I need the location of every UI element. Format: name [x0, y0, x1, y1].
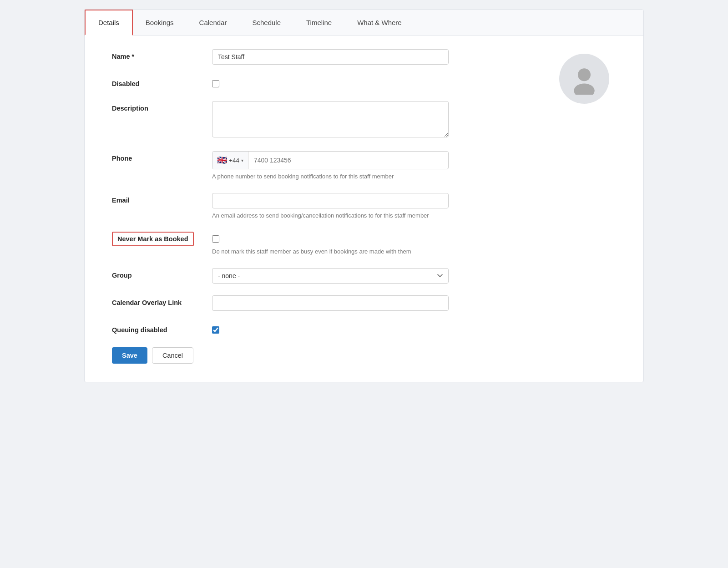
group-control-wrap: - none -	[212, 268, 534, 284]
save-button[interactable]: Save	[112, 347, 147, 364]
svg-point-0	[578, 68, 591, 81]
queuing-label: Queuing disabled	[112, 323, 212, 334]
tab-calendar[interactable]: Calendar	[187, 10, 240, 35]
calendar-overlay-input[interactable]	[212, 295, 449, 311]
tab-details[interactable]: Details	[85, 10, 133, 36]
phone-prefix-dropdown[interactable]: 🇬🇧 +44 ▾	[212, 152, 248, 169]
avatar	[559, 54, 609, 104]
description-textarea[interactable]	[212, 101, 449, 137]
group-row: Group - none -	[112, 268, 534, 284]
tab-schedule[interactable]: Schedule	[239, 10, 293, 35]
tab-timeline[interactable]: Timeline	[293, 10, 344, 35]
description-control-wrap	[212, 101, 534, 139]
tab-what-where[interactable]: What & Where	[344, 10, 415, 35]
queuing-control-wrap	[212, 323, 534, 335]
never-mark-label-wrap: Never Mark as Booked	[112, 232, 212, 243]
form-main: Name * Disabled Description	[112, 49, 534, 364]
avatar-icon	[568, 63, 600, 95]
email-input[interactable]	[212, 193, 449, 208]
cancel-button[interactable]: Cancel	[152, 347, 193, 364]
phone-number-input[interactable]	[248, 153, 448, 167]
disabled-row: Disabled	[112, 76, 534, 89]
queuing-checkbox[interactable]	[212, 326, 219, 334]
email-label: Email	[112, 193, 212, 204]
button-row: Save Cancel	[112, 347, 534, 364]
never-mark-control-wrap: Do not mark this staff member as busy ev…	[212, 232, 534, 256]
name-label: Name *	[112, 49, 212, 60]
never-mark-label: Never Mark as Booked	[112, 232, 194, 246]
never-mark-checkbox[interactable]	[212, 235, 219, 243]
disabled-control-wrap	[212, 76, 534, 89]
name-control-wrap	[212, 49, 534, 65]
chevron-down-icon: ▾	[241, 158, 243, 163]
form-area: Name * Disabled Description	[85, 36, 643, 382]
phone-label: Phone	[112, 151, 212, 162]
calendar-overlay-row: Calendar Overlay Link	[112, 295, 534, 311]
tab-bar: Details Bookings Calendar Schedule Timel…	[85, 10, 643, 36]
phone-code: +44	[229, 157, 239, 164]
never-mark-hint: Do not mark this staff member as busy ev…	[212, 247, 449, 256]
name-input[interactable]	[212, 49, 449, 65]
group-select[interactable]: - none -	[212, 268, 449, 284]
description-row: Description	[112, 101, 534, 139]
phone-control-wrap: 🇬🇧 +44 ▾ A phone number to send booking …	[212, 151, 534, 181]
email-control-wrap: An email address to send booking/cancell…	[212, 193, 534, 220]
never-mark-row: Never Mark as Booked Do not mark this st…	[112, 232, 534, 256]
queuing-row: Queuing disabled	[112, 323, 534, 335]
svg-point-1	[574, 84, 595, 95]
calendar-overlay-control-wrap	[212, 295, 534, 311]
email-row: Email An email address to send booking/c…	[112, 193, 534, 220]
email-hint: An email address to send booking/cancell…	[212, 211, 449, 220]
phone-row: Phone 🇬🇧 +44 ▾ A phone number to send bo…	[112, 151, 534, 181]
name-row: Name *	[112, 49, 534, 65]
disabled-label: Disabled	[112, 76, 212, 87]
tab-bookings[interactable]: Bookings	[133, 10, 187, 35]
phone-hint: A phone number to send booking notificat…	[212, 172, 449, 181]
calendar-overlay-label: Calendar Overlay Link	[112, 295, 212, 306]
phone-field: 🇬🇧 +44 ▾	[212, 151, 449, 169]
flag-icon: 🇬🇧	[217, 155, 227, 165]
description-label: Description	[112, 101, 212, 112]
main-panel: Details Bookings Calendar Schedule Timel…	[84, 9, 644, 382]
group-label: Group	[112, 268, 212, 279]
form-sidebar	[552, 49, 616, 364]
disabled-checkbox[interactable]	[212, 80, 219, 87]
